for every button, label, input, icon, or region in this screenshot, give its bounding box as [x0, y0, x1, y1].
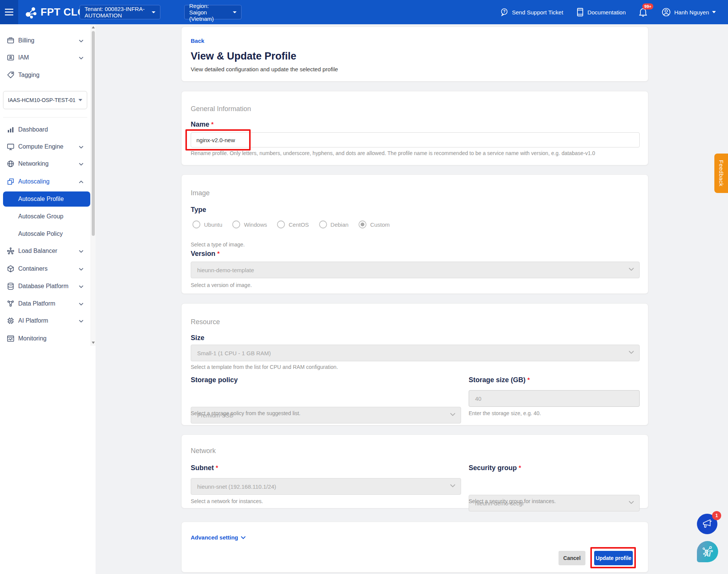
project-name: IAAS-HCM10-OSP-TEST-01 [8, 97, 75, 103]
networking-icon [6, 159, 15, 168]
fpt-molecule-icon [24, 5, 38, 19]
sidebar-divider [3, 117, 87, 118]
cancel-button[interactable]: Cancel [559, 551, 585, 565]
name-input[interactable] [191, 132, 640, 147]
sidebar-item-iam[interactable]: IAM [0, 50, 90, 65]
page-subtitle: View detailed configuration and update t… [191, 66, 338, 72]
scrollbar-thumb[interactable] [92, 31, 95, 236]
billing-icon [6, 36, 15, 45]
version-select[interactable]: hieunn-demo-template [191, 262, 640, 278]
radio-unselected-icon [232, 220, 240, 229]
sidebar-item-load-balancer[interactable]: Load Balancer [0, 243, 90, 259]
chevron-down-icon [712, 11, 716, 13]
subnet-value: hieunn-snet (192.168.110.1/24) [197, 483, 276, 490]
chevron-down-icon [78, 99, 82, 101]
tenant-label: Tenant: 000823-INFRA-AUTOMATION [85, 6, 146, 19]
subnet-label: Subnet [191, 464, 214, 472]
annotation-box-name-field [185, 129, 251, 151]
sidebar-item-compute-engine[interactable]: Compute Engine [0, 139, 90, 154]
sidebar-item-autoscale-profile[interactable]: Autoscale Profile [3, 191, 90, 207]
sidebar-item-autoscale-group[interactable]: Autoscale Group [0, 209, 90, 224]
loadbalancer-icon [6, 246, 15, 256]
user-menu[interactable]: Hanh Nguyen [661, 7, 716, 17]
iam-icon [6, 53, 15, 62]
chevron-down-icon [79, 248, 83, 254]
radio-option-custom[interactable]: Custom [358, 220, 390, 229]
type-label: Type [191, 206, 206, 214]
notification-count-badge: 99+ [642, 3, 653, 9]
top-navbar: FPT CLOUD Tenant: 000823-INFRA-AUTOMATIO… [0, 0, 728, 24]
radio-label: Windows [244, 221, 267, 228]
sidebar-item-autoscale-policy[interactable]: Autoscale Policy [0, 226, 90, 242]
network-card: Network Subnet* Security group* hieunn-s… [181, 434, 648, 508]
sidebar-item-label: Compute Engine [18, 143, 63, 150]
radio-option-ubuntu[interactable]: Ubuntu [192, 220, 222, 229]
feedback-tab[interactable]: Feedback [714, 154, 728, 193]
sidebar-item-label: Monitoring [18, 335, 47, 342]
chevron-down-icon [450, 413, 455, 416]
sidebar-item-database-platform[interactable]: Database Platform [0, 279, 90, 294]
tenant-selector[interactable]: Tenant: 000823-INFRA-AUTOMATION [80, 5, 160, 19]
sidebar-item-label: Networking [18, 160, 49, 167]
storage-size-input[interactable]: 40 [469, 390, 640, 407]
sidebar-item-label: Billing [18, 37, 35, 44]
sidebar-item-ai-platform[interactable]: AI Platform [0, 313, 90, 328]
storage-size-value: 40 [475, 395, 482, 402]
sidebar-item-networking[interactable]: Networking [0, 156, 90, 171]
sidebar-item-autoscaling[interactable]: Autoscaling [0, 174, 90, 189]
hamburger-menu-button[interactable] [0, 0, 18, 24]
size-label: Size [191, 334, 204, 342]
name-helper-text: Rename profile. Only letters, numbers, u… [191, 150, 595, 156]
page-header-card: Back View & Update Profile View detailed… [181, 27, 648, 82]
autoscaling-icon [6, 177, 15, 186]
sidebar-item-label: Autoscaling [18, 178, 50, 185]
sidebar-item-billing[interactable]: Billing [0, 33, 90, 48]
security-group-helper: Select a security group for instances. [469, 498, 556, 504]
section-title-resource: Resource [191, 318, 220, 326]
user-avatar-icon [661, 7, 671, 17]
notifications-button[interactable]: 99+ [639, 7, 648, 17]
dataplatform-icon [6, 299, 15, 308]
sidebar-item-monitoring[interactable]: Monitoring [0, 331, 90, 346]
book-icon [576, 8, 584, 17]
megaphone-icon [702, 519, 712, 529]
sidebar-item-containers[interactable]: Containers [0, 261, 90, 276]
sidebar-item-label: Containers [18, 265, 47, 272]
project-selector[interactable]: IAAS-HCM10-OSP-TEST-01 [3, 91, 87, 109]
radio-option-centos[interactable]: CentOS [277, 220, 309, 229]
sidebar-item-label: Database Platform [18, 283, 69, 290]
sidebar-item-label: Tagging [18, 72, 39, 78]
section-title-general: General Information [191, 105, 251, 113]
chevron-down-icon [79, 300, 83, 307]
scroll-down-arrow[interactable] [92, 342, 95, 344]
documentation-button[interactable]: Documentation [576, 8, 626, 17]
send-support-ticket-button[interactable]: ? Send Support Ticket [500, 8, 563, 17]
radio-option-windows[interactable]: Windows [232, 220, 267, 229]
advanced-setting-toggle[interactable]: Advanced setting [191, 534, 246, 541]
image-card: Image Type Ubuntu Windows CentOS Debian … [181, 174, 648, 294]
ai-assistant-button[interactable]: AI [697, 541, 718, 562]
chevron-down-icon [233, 11, 237, 13]
region-selector[interactable]: Region: Saigon (Vietnam) [184, 5, 242, 19]
size-value: Small-1 (1 CPU - 1 GB RAM) [197, 350, 271, 356]
size-select[interactable]: Small-1 (1 CPU - 1 GB RAM) [191, 345, 640, 361]
version-helper-text: Select a version of image. [191, 282, 252, 288]
database-icon [6, 282, 15, 291]
sidebar-scrollbar[interactable] [91, 24, 96, 346]
radio-option-debian[interactable]: Debian [319, 220, 349, 229]
chevron-down-icon [629, 501, 634, 504]
radio-label: Ubuntu [204, 221, 222, 228]
sidebar-item-tagging[interactable]: Tagging [0, 67, 90, 83]
chevron-down-icon [79, 54, 83, 61]
scroll-up-arrow[interactable] [92, 26, 95, 28]
back-link[interactable]: Back [191, 38, 204, 44]
section-title-image: Image [191, 189, 210, 197]
sidebar-item-dashboard[interactable]: Dashboard [0, 122, 90, 137]
resource-card: Resource Size Small-1 (1 CPU - 1 GB RAM)… [181, 303, 648, 425]
required-asterisk: * [217, 251, 220, 257]
sidebar-item-data-platform[interactable]: Data Platform [0, 296, 90, 311]
monitoring-icon [6, 334, 15, 343]
user-name: Hanh Nguyen [674, 9, 709, 16]
chevron-down-icon [629, 351, 634, 354]
subnet-select[interactable]: hieunn-snet (192.168.110.1/24) [191, 478, 461, 495]
